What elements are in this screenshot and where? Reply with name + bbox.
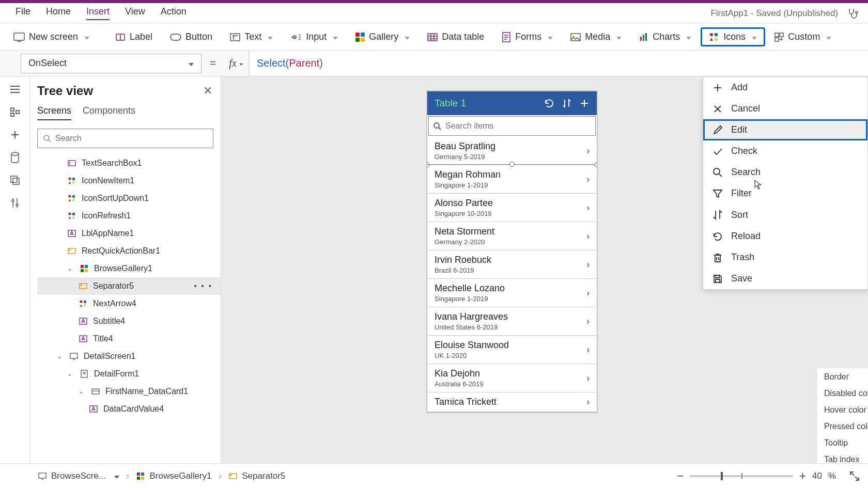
chevron-right-icon[interactable]: › bbox=[586, 288, 590, 298]
tree-search[interactable] bbox=[37, 129, 213, 148]
button-button[interactable]: Button bbox=[163, 28, 220, 45]
input-dropdown[interactable]: Input bbox=[283, 28, 345, 45]
icon-menu-save[interactable]: Save bbox=[703, 268, 867, 289]
tab-components[interactable]: Components bbox=[83, 105, 135, 120]
tree-item-iconnewitem1[interactable]: IconNewItem1 bbox=[37, 172, 221, 190]
forms-dropdown[interactable]: Forms bbox=[494, 28, 560, 45]
tree-item-detailform1[interactable]: ⌄DetailForm1 bbox=[37, 365, 221, 383]
gallery-row[interactable]: Ivana HargreavesUnited States 6-2019› bbox=[427, 307, 597, 336]
property-selector[interactable]: OnSelect bbox=[21, 54, 202, 73]
custom-dropdown[interactable]: Custom bbox=[767, 28, 839, 45]
sort-icon[interactable] bbox=[562, 98, 572, 108]
refresh-icon[interactable] bbox=[544, 98, 554, 108]
app-search[interactable] bbox=[428, 116, 596, 136]
data-icon[interactable] bbox=[8, 151, 22, 164]
icon-menu-edit[interactable]: Edit bbox=[703, 119, 867, 140]
gallery-row[interactable]: Neta StormentGermany 2-2020› bbox=[427, 222, 597, 250]
icon-menu-reload[interactable]: Reload bbox=[703, 226, 867, 247]
tree-item-firstname_datacard1[interactable]: ⌄FirstName_DataCard1 bbox=[37, 383, 221, 400]
stethoscope-icon[interactable] bbox=[846, 7, 859, 20]
fullscreen-icon[interactable] bbox=[849, 471, 860, 481]
chevron-right-icon[interactable]: › bbox=[586, 397, 590, 407]
icons-dropdown[interactable]: Icons bbox=[702, 28, 764, 45]
menu-file[interactable]: File bbox=[16, 6, 30, 20]
icon-menu-filter[interactable]: Filter bbox=[703, 183, 867, 204]
tree-item-rectquickactionbar1[interactable]: RectQuickActionBar1 bbox=[37, 242, 221, 260]
property-hover-color[interactable]: Hover color bbox=[824, 405, 868, 415]
icon-menu-add[interactable]: Add bbox=[703, 77, 867, 98]
fx-button[interactable]: fx bbox=[224, 51, 249, 76]
tree-item-datacardvalue4[interactable]: DataCardValue4 bbox=[37, 400, 221, 418]
gallery-row[interactable]: Tamica Trickett› bbox=[427, 392, 597, 412]
tree-search-input[interactable] bbox=[55, 134, 208, 143]
chevron-right-icon[interactable]: › bbox=[586, 202, 590, 213]
icon-menu-check[interactable]: Check bbox=[703, 140, 867, 162]
icon-menu-sort[interactable]: Sort bbox=[703, 204, 867, 226]
tree-item-detailscreen1[interactable]: ⌄DetailScreen1 bbox=[37, 348, 221, 365]
gallery-dropdown[interactable]: Gallery bbox=[348, 28, 417, 45]
add-icon[interactable] bbox=[579, 99, 590, 108]
tree-item-browsegallery1[interactable]: ⌄BrowseGallery1 bbox=[37, 260, 221, 277]
tree-item-separator5[interactable]: Separator5• • • bbox=[37, 277, 221, 295]
tree-item-lblappname1[interactable]: LblAppName1 bbox=[37, 225, 221, 242]
media-dropdown[interactable]: Media bbox=[563, 28, 629, 45]
tree-item-nextarrow4[interactable]: NextArrow4 bbox=[37, 295, 221, 312]
tree-item-textsearchbox1[interactable]: TextSearchBox1 bbox=[37, 154, 221, 172]
chevron-right-icon[interactable]: › bbox=[586, 344, 590, 355]
tab-screens[interactable]: Screens bbox=[37, 105, 71, 120]
property-pressed-color[interactable]: Pressed color bbox=[824, 422, 868, 431]
gallery-row[interactable]: Kia DejohnAustralia 6-2019› bbox=[427, 364, 597, 392]
chevron-down-icon[interactable]: ⌄ bbox=[57, 353, 64, 360]
icon-menu-search[interactable]: Search bbox=[703, 162, 867, 183]
chevron-right-icon[interactable]: › bbox=[586, 231, 590, 242]
gallery-row[interactable]: Megan RohmanSingapore 1-2019› bbox=[427, 165, 597, 194]
gallery-row[interactable]: Beau SpratlingGermany 5-2019› bbox=[427, 137, 597, 165]
new-screen-button[interactable]: New screen bbox=[6, 28, 97, 45]
media-rail-icon[interactable] bbox=[8, 174, 22, 187]
property-tooltip[interactable]: Tooltip bbox=[824, 438, 868, 448]
chevron-right-icon[interactable]: › bbox=[586, 174, 590, 185]
property-border[interactable]: Border bbox=[824, 372, 868, 382]
menu-view[interactable]: View bbox=[125, 6, 145, 20]
property-disabled-color[interactable]: Disabled color bbox=[824, 389, 868, 398]
advanced-icon[interactable] bbox=[8, 196, 22, 210]
chevron-down-icon[interactable]: ⌄ bbox=[67, 370, 74, 377]
menu-action[interactable]: Action bbox=[161, 6, 187, 20]
breadcrumb-0[interactable]: BrowseScre... bbox=[31, 468, 126, 484]
breadcrumb-1[interactable]: BrowseGallery1 bbox=[129, 468, 218, 484]
tree-item-title4[interactable]: Title4 bbox=[37, 330, 221, 348]
menu-insert[interactable]: Insert bbox=[86, 6, 110, 20]
tree-item-iconrefresh1[interactable]: IconRefresh1 bbox=[37, 207, 221, 225]
chevron-right-icon[interactable]: › bbox=[586, 373, 590, 384]
tree-view-icon[interactable] bbox=[8, 105, 22, 119]
app-search-input[interactable] bbox=[445, 121, 591, 131]
add-icon[interactable] bbox=[8, 128, 22, 141]
chevron-right-icon[interactable]: › bbox=[586, 259, 590, 270]
chevron-right-icon[interactable]: › bbox=[586, 146, 590, 156]
property-tab-index[interactable]: Tab index bbox=[824, 455, 868, 463]
datatable-button[interactable]: Data table bbox=[420, 28, 491, 45]
tree-item-subtitle4[interactable]: Subtitle4 bbox=[37, 312, 221, 330]
more-icon[interactable]: • • • bbox=[194, 281, 216, 291]
formula-input[interactable]: Select(Parent) bbox=[249, 51, 868, 76]
charts-dropdown[interactable]: Charts bbox=[632, 28, 699, 45]
chevron-down-icon[interactable]: ⌄ bbox=[67, 265, 74, 272]
zoom-slider[interactable] bbox=[690, 475, 793, 477]
close-icon[interactable]: ✕ bbox=[203, 84, 212, 98]
gallery-row[interactable]: Alonso ParteeSingapore 10-2019› bbox=[427, 194, 597, 222]
menu-home[interactable]: Home bbox=[46, 6, 71, 20]
gallery-row[interactable]: Elouise StanwoodUK 1-2020› bbox=[427, 336, 597, 364]
label-button[interactable]: Label bbox=[108, 28, 160, 45]
icon-menu-cancel[interactable]: Cancel bbox=[703, 98, 867, 119]
zoom-out-button[interactable]: − bbox=[677, 469, 684, 483]
gallery-row[interactable]: Mechelle LozanoSingapore 1-2019› bbox=[427, 279, 597, 307]
hamburger-icon[interactable] bbox=[8, 83, 22, 96]
zoom-in-button[interactable]: + bbox=[799, 469, 806, 483]
tree-item-iconsortupdown1[interactable]: IconSortUpDown1 bbox=[37, 190, 221, 207]
chevron-down-icon[interactable]: ⌄ bbox=[79, 388, 86, 395]
text-dropdown[interactable]: Text bbox=[223, 28, 280, 45]
icon-menu-trash[interactable]: Trash bbox=[703, 247, 867, 268]
gallery-row[interactable]: Irvin RoebuckBrazil 6-2019› bbox=[427, 250, 597, 279]
breadcrumb-2[interactable]: Separator5 bbox=[222, 468, 292, 484]
chevron-right-icon[interactable]: › bbox=[586, 316, 590, 327]
